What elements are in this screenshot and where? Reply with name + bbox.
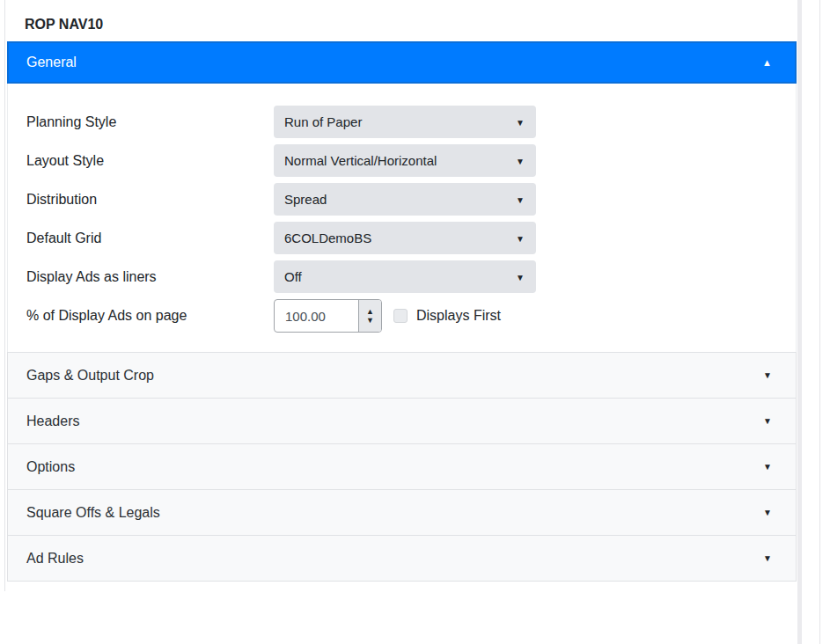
- expand-arrow-icon: ▼: [763, 416, 772, 426]
- ad-rules-label: Ad Rules: [26, 551, 763, 567]
- chevron-down-icon: ▼: [516, 117, 525, 127]
- collapse-arrow-icon[interactable]: ▲: [762, 57, 772, 68]
- distribution-value: Spread: [284, 192, 510, 207]
- form-row-layout-style: Layout Style Normal Vertical/Horizontal …: [26, 144, 796, 177]
- chevron-down-icon: ▼: [516, 233, 525, 243]
- accordion-header-ad-rules[interactable]: Ad Rules ▼: [7, 535, 797, 582]
- accordion-header-square-offs-legals[interactable]: Square Offs & Legals ▼: [7, 489, 797, 536]
- settings-panel: ROP NAV10 General ▲ Planning Style Run o…: [7, 0, 797, 582]
- gaps-output-crop-label: Gaps & Output Crop: [26, 368, 763, 384]
- headers-label: Headers: [26, 413, 763, 429]
- display-ads-liners-dropdown[interactable]: Off ▼: [274, 260, 536, 293]
- planning-style-value: Run of Paper: [284, 114, 510, 129]
- scrollbar-track[interactable]: [797, 0, 802, 644]
- number-spinner: ▲ ▼: [358, 300, 381, 332]
- accordion-header-gaps-output-crop[interactable]: Gaps & Output Crop ▼: [7, 352, 797, 399]
- percent-display-ads-input[interactable]: [275, 300, 358, 332]
- percent-display-ads-label: % of Display Ads on page: [26, 308, 274, 324]
- spinner-down-icon[interactable]: ▼: [366, 316, 374, 325]
- expand-arrow-icon: ▼: [763, 370, 772, 380]
- layout-style-label: Layout Style: [26, 153, 274, 169]
- accordion-header-general-label: General: [26, 55, 762, 70]
- distribution-label: Distribution: [26, 192, 274, 208]
- chevron-down-icon: ▼: [516, 194, 525, 204]
- chevron-down-icon: ▼: [516, 272, 525, 282]
- distribution-dropdown[interactable]: Spread ▼: [274, 183, 536, 216]
- default-grid-dropdown[interactable]: 6COLDemoBS ▼: [274, 222, 536, 254]
- page-title: ROP NAV10: [25, 16, 797, 33]
- layout-style-dropdown[interactable]: Normal Vertical/Horizontal ▼: [274, 144, 536, 177]
- square-offs-legals-label: Square Offs & Legals: [26, 505, 763, 521]
- form-row-display-ads-liners: Display Ads as liners Off ▼: [26, 260, 796, 293]
- planning-style-dropdown[interactable]: Run of Paper ▼: [274, 106, 536, 138]
- displays-first-checkbox[interactable]: [393, 309, 408, 323]
- spinner-up-icon[interactable]: ▲: [366, 307, 374, 316]
- options-label: Options: [26, 459, 763, 475]
- planning-style-label: Planning Style: [26, 114, 274, 130]
- default-grid-value: 6COLDemoBS: [284, 231, 510, 245]
- layout-style-value: Normal Vertical/Horizontal: [284, 153, 510, 168]
- form-row-percent-display-ads: % of Display Ads on page ▲ ▼ Displays Fi…: [26, 299, 796, 333]
- form-row-planning-style: Planning Style Run of Paper ▼: [26, 106, 796, 138]
- expand-arrow-icon: ▼: [763, 553, 772, 563]
- display-ads-liners-value: Off: [284, 269, 510, 284]
- expand-arrow-icon: ▼: [763, 462, 772, 472]
- form-row-default-grid: Default Grid 6COLDemoBS ▼: [26, 222, 796, 254]
- accordion-header-general[interactable]: General ▲: [7, 41, 797, 84]
- expand-arrow-icon: ▼: [763, 508, 772, 517]
- chevron-down-icon: ▼: [516, 156, 525, 165]
- accordion-body-general: Planning Style Run of Paper ▼ Layout Sty…: [7, 84, 797, 353]
- form-row-distribution: Distribution Spread ▼: [26, 183, 796, 216]
- default-grid-label: Default Grid: [26, 231, 274, 246]
- display-ads-liners-label: Display Ads as liners: [26, 269, 274, 285]
- percent-display-ads-input-group: ▲ ▼: [274, 299, 382, 333]
- panel-left-border: [4, 0, 5, 591]
- panel-right-border: [819, 0, 820, 644]
- displays-first-label: Displays First: [416, 308, 501, 324]
- accordion-header-options[interactable]: Options ▼: [7, 443, 797, 490]
- accordion-header-headers[interactable]: Headers ▼: [7, 398, 797, 444]
